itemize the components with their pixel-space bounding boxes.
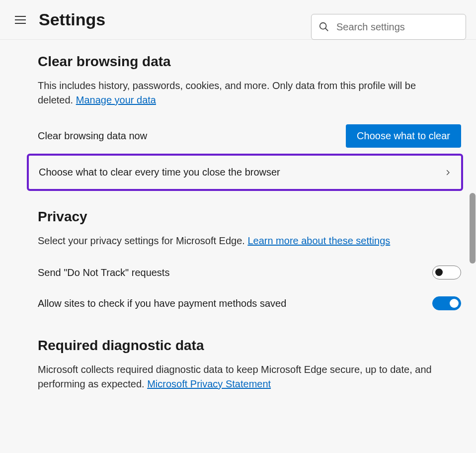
scrollbar-thumb[interactable] xyxy=(470,193,476,264)
privacy-title: Privacy xyxy=(38,209,461,225)
clear-now-label: Clear browsing data now xyxy=(38,130,147,142)
page-title: Settings xyxy=(39,10,105,29)
manage-your-data-link[interactable]: Manage your data xyxy=(76,94,156,105)
payment-toggle[interactable] xyxy=(432,296,461,310)
dnt-toggle[interactable] xyxy=(432,266,461,279)
dnt-row: Send "Do Not Track" requests xyxy=(38,260,461,285)
clear-on-close-label: Choose what to clear every time you clos… xyxy=(39,167,280,178)
header: Settings xyxy=(0,0,476,40)
payment-row: Allow sites to check if you have payment… xyxy=(38,291,461,316)
menu-icon[interactable] xyxy=(15,13,29,27)
scrollbar-track[interactable] xyxy=(469,56,476,453)
diagnostic-title: Required diagnostic data xyxy=(38,338,461,354)
privacy-learn-more-link[interactable]: Learn more about these settings xyxy=(247,235,390,246)
search-icon xyxy=(318,21,329,32)
content-area: Clear browsing data This includes histor… xyxy=(0,40,476,437)
dnt-label: Send "Do Not Track" requests xyxy=(38,267,169,278)
clear-data-title: Clear browsing data xyxy=(38,54,461,70)
privacy-statement-link[interactable]: Microsoft Privacy Statement xyxy=(147,378,271,389)
search-input[interactable] xyxy=(336,21,459,33)
payment-label: Allow sites to check if you have payment… xyxy=(38,298,286,309)
clear-now-row: Clear browsing data now Choose what to c… xyxy=(38,119,461,153)
choose-what-to-clear-button[interactable]: Choose what to clear xyxy=(346,124,461,148)
clear-data-description: This includes history, passwords, cookie… xyxy=(38,79,445,107)
diagnostic-description: Microsoft collects required diagnostic d… xyxy=(38,362,445,391)
clear-on-close-row[interactable]: Choose what to clear every time you clos… xyxy=(27,154,463,191)
search-box[interactable] xyxy=(311,14,466,40)
svg-line-1 xyxy=(325,28,328,31)
chevron-right-icon xyxy=(444,169,451,176)
svg-point-0 xyxy=(320,23,326,29)
privacy-description: Select your privacy settings for Microso… xyxy=(38,234,445,248)
